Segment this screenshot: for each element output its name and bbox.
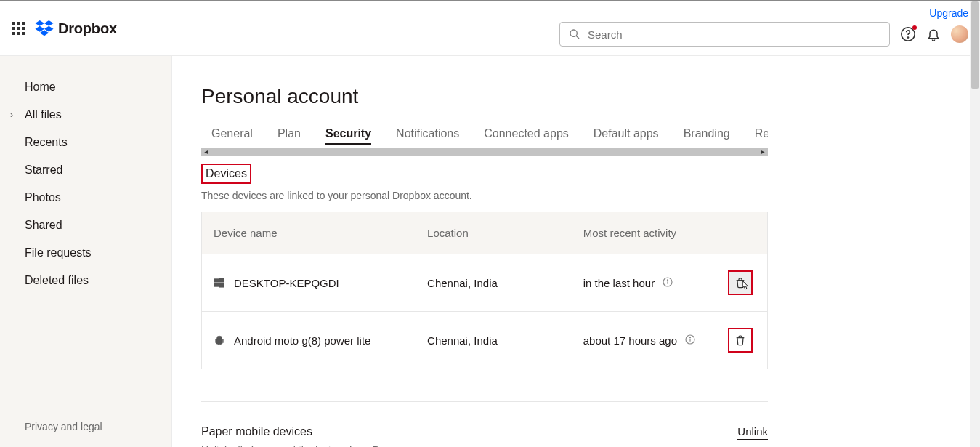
column-actions — [716, 212, 767, 254]
android-icon — [214, 335, 225, 345]
tab-refer[interactable]: Refer a — [755, 127, 768, 145]
device-location: Chennai, India — [416, 312, 572, 369]
sidebar-item-label: File requests — [25, 246, 92, 259]
sidebar-item-recents[interactable]: Recents — [0, 129, 171, 156]
paper-devices-section: Paper mobile devices Unlink all of your … — [201, 401, 768, 447]
device-location: Chennai, India — [416, 254, 572, 312]
trash-icon — [734, 334, 746, 346]
unlink-device-button[interactable] — [728, 328, 753, 353]
svg-point-15 — [668, 279, 668, 280]
paper-section-title: Paper mobile devices — [201, 425, 402, 438]
avatar[interactable] — [951, 25, 968, 43]
sidebar-item-label: All files — [25, 108, 62, 121]
devices-section-heading: Devices — [201, 164, 251, 184]
svg-rect-10 — [219, 278, 224, 282]
brand-logo[interactable]: Dropbox — [35, 20, 117, 37]
sidebar-item-home[interactable]: Home — [0, 73, 171, 101]
tabs-horizontal-scrollbar[interactable]: ◄ ► — [201, 148, 768, 156]
sidebar-item-starred[interactable]: Starred — [0, 156, 171, 184]
search-box[interactable] — [559, 22, 890, 47]
search-input[interactable] — [588, 28, 880, 41]
tab-connected-apps[interactable]: Connected apps — [484, 127, 569, 145]
device-name: Android moto g(8) power lite — [234, 334, 370, 347]
svg-rect-9 — [214, 278, 219, 282]
devices-table: Device name Location Most recent activit… — [201, 212, 768, 369]
sidebar-item-file-requests[interactable]: File requests — [0, 239, 171, 267]
trash-icon — [734, 277, 746, 289]
search-icon — [569, 28, 580, 40]
tab-general[interactable]: General — [211, 127, 253, 145]
column-activity: Most recent activity — [572, 212, 717, 254]
tab-security[interactable]: Security — [325, 127, 371, 145]
svg-line-6 — [576, 36, 579, 39]
sidebar-item-label: Deleted files — [25, 274, 89, 286]
device-name: DESKTOP-KEPQGDI — [234, 277, 339, 289]
svg-marker-0 — [35, 20, 44, 26]
brand-name: Dropbox — [58, 20, 117, 37]
chevron-right-icon: › — [10, 110, 13, 120]
tabs-scroll-left-icon[interactable]: ◄ — [201, 148, 211, 156]
sidebar-item-label: Starred — [25, 164, 62, 176]
tab-default-apps[interactable]: Default apps — [594, 127, 659, 145]
app-launcher-icon[interactable] — [12, 22, 25, 35]
upgrade-link[interactable]: Upgrade — [929, 7, 968, 19]
sidebar-item-label: Shared — [25, 219, 62, 231]
devices-section-subheading: These devices are linked to your persona… — [201, 190, 951, 201]
device-activity: about 17 hours ago — [583, 334, 677, 347]
tabs-scroll-right-icon[interactable]: ► — [758, 148, 768, 156]
svg-marker-1 — [44, 20, 54, 26]
help-notification-dot — [912, 25, 917, 30]
tabs-container: General Plan Security Notifications Conn… — [201, 127, 768, 156]
bell-icon — [926, 27, 941, 41]
tab-notifications[interactable]: Notifications — [396, 127, 459, 145]
scrollbar-thumb[interactable] — [971, 1, 979, 89]
header: Dropbox Upgrade — [0, 1, 980, 56]
svg-point-18 — [689, 337, 690, 337]
sidebar-item-label: Recents — [25, 136, 68, 148]
paper-section-subtitle: Unlink all of your mobile devices from P… — [201, 444, 402, 447]
table-row: DESKTOP-KEPQGDI Chennai, India in the la… — [202, 254, 768, 312]
sidebar-item-photos[interactable]: Photos — [0, 184, 171, 212]
column-location: Location — [416, 212, 572, 254]
sidebar-item-label: Home — [25, 81, 56, 93]
svg-point-8 — [907, 37, 908, 38]
svg-rect-11 — [214, 283, 219, 286]
help-button[interactable] — [900, 26, 916, 42]
unlink-paper-button[interactable]: Unlink — [737, 425, 768, 440]
windows-icon — [214, 278, 225, 288]
sidebar-item-label: Photos — [25, 191, 61, 204]
notifications-button[interactable] — [926, 27, 941, 41]
tab-branding[interactable]: Branding — [684, 127, 730, 145]
table-row: Android moto g(8) power lite Chennai, In… — [202, 312, 768, 369]
tab-plan[interactable]: Plan — [278, 127, 301, 145]
unlink-device-button[interactable] — [728, 270, 753, 295]
device-activity: in the last hour — [583, 277, 655, 289]
svg-point-5 — [570, 30, 577, 36]
privacy-legal-link[interactable]: Privacy and legal — [0, 421, 171, 447]
dropbox-icon — [35, 20, 54, 36]
sidebar-item-shared[interactable]: Shared — [0, 212, 171, 239]
main-content: Personal account General Plan Security N… — [172, 56, 980, 447]
page-title: Personal account — [201, 85, 951, 108]
info-icon[interactable] — [684, 334, 696, 347]
page-vertical-scrollbar[interactable] — [970, 1, 980, 447]
info-icon[interactable] — [662, 276, 673, 290]
sidebar: Home › All files Recents Starred Photos … — [0, 56, 172, 447]
svg-rect-12 — [219, 283, 224, 287]
column-device-name: Device name — [202, 212, 416, 254]
sidebar-item-deleted-files[interactable]: Deleted files — [0, 267, 171, 294]
sidebar-item-all-files[interactable]: › All files — [0, 101, 171, 129]
tabs: General Plan Security Notifications Conn… — [201, 127, 768, 149]
